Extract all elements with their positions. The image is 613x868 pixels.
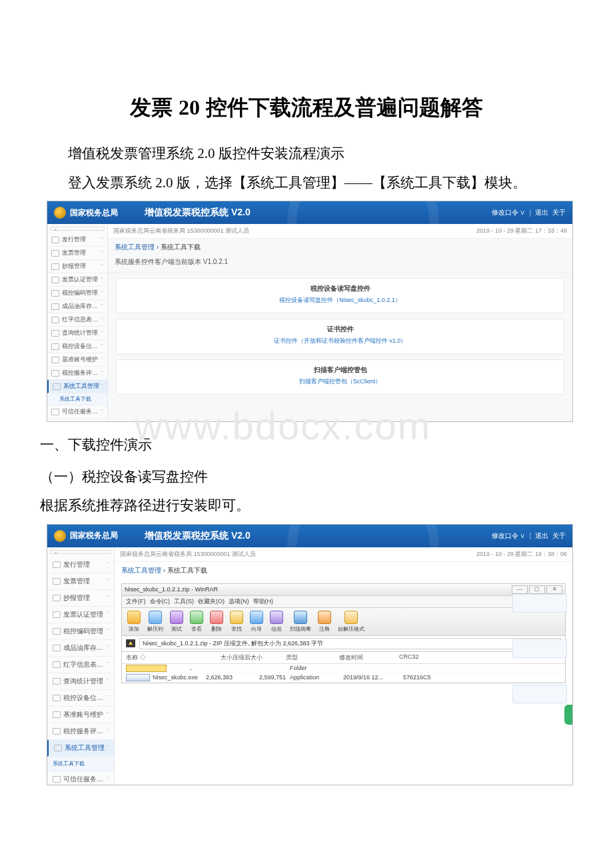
menu-item[interactable]: 收藏夹(O): [198, 598, 225, 605]
sidebar-item[interactable]: 成品油库存管理˅: [47, 640, 114, 657]
sidebar-item[interactable]: 稀土企业管理˅: [47, 419, 107, 421]
column-header[interactable]: 类型: [286, 653, 339, 662]
sidebar-item[interactable]: 系统工具管理˄: [47, 380, 107, 393]
sidebar-item[interactable]: 发票认证管理˅: [47, 607, 114, 623]
sidebar-item[interactable]: 发票认证管理˅: [47, 273, 107, 287]
chevron-icon: ˅: [101, 250, 103, 256]
section-1-1-heading: （一）税控设备读写盘控件: [40, 466, 573, 489]
sidebar-item-label: 抄报管理: [63, 593, 106, 603]
feedback-tab[interactable]: [564, 705, 572, 725]
sidebar-item[interactable]: 税控设备位用维护˅: [47, 690, 114, 707]
toolbar-icon: [294, 611, 307, 624]
sidebar-item[interactable]: 税控服务评价管理˅: [47, 367, 107, 380]
sidebar-item-label: 税控编码管理: [63, 627, 106, 636]
toolbar-button-label: 查找: [231, 625, 242, 633]
sidebar-item[interactable]: 系统工具下载: [47, 757, 114, 771]
sidebar-item[interactable]: 抄报管理˅: [47, 590, 114, 607]
change-password-link[interactable]: 修改口令 ∨: [492, 531, 526, 541]
breadcrumb-parent[interactable]: 系统工具管理: [115, 243, 155, 251]
sidebar-item[interactable]: 可信任服务管理˅: [47, 405, 107, 419]
sidebar-item[interactable]: 发票管理˅: [47, 247, 107, 260]
about-link[interactable]: 关于: [552, 531, 566, 541]
panel-download-link[interactable]: 扫描客户端控管包（ScClient）: [117, 377, 564, 386]
minimize-button[interactable]: —: [512, 585, 528, 594]
winrar-menubar[interactable]: 文件(F)命令(C)工具(S)收藏夹(O)选项(N)帮助(H): [122, 596, 565, 608]
toolbar-button-label: 自解压格式: [338, 625, 364, 633]
sidebar-item[interactable]: 系统工具下载: [47, 393, 107, 405]
sidebar-item-label: 基准账号维护: [62, 355, 101, 364]
menu-item[interactable]: 工具(S): [174, 598, 194, 605]
breadcrumb-separator-icon: ›: [157, 243, 159, 251]
winrar-column-headers[interactable]: 名称 ◇大小压缩后大小类型修改时间CRC32: [122, 652, 565, 664]
sidebar-item[interactable]: 基准账号维护˅: [47, 353, 107, 367]
sidebar-item[interactable]: 可信任服务管理˅: [47, 771, 114, 785]
sidebar-search-input[interactable]: 🔍 输入JY页码上文字检索: [50, 227, 105, 231]
about-link[interactable]: 关于: [552, 208, 566, 217]
menu-item-icon: [53, 661, 61, 668]
topbar: 国家税务总局 增值税发票税控系统 V2.0 修改口令 ∨ | 退出 关于: [47, 201, 572, 224]
chevron-icon: ˅: [101, 277, 103, 283]
sidebar-item[interactable]: 系统工具管理˄: [47, 740, 114, 757]
column-header[interactable]: 名称 ◇: [126, 653, 193, 662]
toolbar-icon: [149, 611, 162, 624]
winrar-titlebar[interactable]: Nisec_skobc_1.0.2.1.zip - WinRAR — ▢ ✕: [122, 584, 565, 596]
chevron-icon: ˅: [101, 409, 103, 415]
toolbar-button[interactable]: 扫描病毒: [290, 611, 311, 633]
sidebar-item[interactable]: 红字信息表管理˅: [47, 313, 107, 327]
column-header[interactable]: 压缩后大小: [233, 653, 286, 662]
download-panel: 税控设备读写盘控件税控设备读写盘控件（Nisec_skobc_1.0.2.1）: [116, 278, 564, 313]
sidebar-search-input[interactable]: 🔍 输入JY页码上文字检索: [50, 550, 111, 554]
winrar-file-list[interactable]: ..FolderNisec_skobc.exe2,626,3832,599,75…: [122, 664, 565, 683]
toolbar-button[interactable]: 自解压格式: [338, 611, 364, 633]
toolbar-button[interactable]: 查看: [190, 611, 203, 633]
column-header[interactable]: 大小: [193, 653, 233, 662]
sidebar-item[interactable]: 成品油库存管理˅: [47, 300, 107, 313]
archive-path-field[interactable]: Nisec_skobc_1.0.2.1.zip - ZIP 压缩文件, 解包大小…: [139, 638, 552, 649]
toolbar-button-label: 解压到: [147, 625, 163, 633]
maximize-button[interactable]: ▢: [529, 585, 545, 594]
toolbar-button[interactable]: 测试: [170, 611, 183, 633]
sidebar-item[interactable]: 发行管理˅: [47, 557, 114, 573]
sidebar-item[interactable]: 税控服务评价管理˅: [47, 723, 114, 740]
up-folder-button[interactable]: [126, 639, 135, 647]
panel-download-link[interactable]: 税控设备读写盘控件（Nisec_skobc_1.0.2.1）: [117, 296, 564, 305]
file-row[interactable]: Nisec_skobc.exe2,626,3832,599,751Applica…: [122, 673, 565, 683]
sidebar-item[interactable]: 抄报管理˅: [47, 260, 107, 273]
sidebar-item[interactable]: 发票管理˅: [47, 573, 114, 590]
column-header[interactable]: CRC32: [399, 653, 439, 662]
file-row[interactable]: ..Folder: [122, 664, 565, 673]
sidebar-item[interactable]: 税控设备位用维护˅: [47, 340, 107, 353]
menu-item[interactable]: 文件(F): [126, 598, 146, 605]
sidebar-item[interactable]: 税控编码管理˅: [47, 287, 107, 300]
logout-link[interactable]: 退出: [535, 531, 548, 541]
sidebar-item[interactable]: 查询统计管理˅: [47, 673, 114, 690]
chevron-icon: ˅: [106, 711, 109, 717]
column-header[interactable]: 修改时间: [339, 653, 399, 662]
toolbar-button[interactable]: 信息: [270, 611, 283, 633]
change-password-link[interactable]: 修改口令 ∨: [492, 208, 526, 217]
sidebar-item[interactable]: 查询统计管理˅: [47, 327, 107, 340]
sidebar-item[interactable]: 发行管理˅: [47, 233, 107, 247]
menu-item[interactable]: 命令(C): [150, 598, 171, 605]
breadcrumb-parent[interactable]: 系统工具管理: [121, 567, 161, 574]
menu-item[interactable]: 选项(N): [229, 598, 249, 605]
sidebar-item[interactable]: 红字信息表管理˅: [47, 657, 114, 673]
brand-name: 国家税务总局: [70, 207, 118, 219]
logout-link[interactable]: 退出: [535, 208, 548, 217]
toolbar-button-label: 向导: [251, 625, 262, 633]
sidebar-item[interactable]: 税控编码管理˅: [47, 623, 114, 640]
menu-item-icon: [51, 343, 59, 350]
toolbar-button[interactable]: 添加: [127, 611, 141, 633]
toolbar-button[interactable]: 向导: [250, 611, 263, 633]
sidebar-item-label: 发票认证管理: [62, 275, 101, 284]
panel-download-link[interactable]: 证书控件（开放和证书校验控件客户端控件 v1.0）: [117, 337, 564, 345]
menu-item[interactable]: 帮助(H): [253, 598, 274, 605]
toolbar-button[interactable]: 注释: [318, 611, 331, 633]
toolbar-button[interactable]: 解压到: [147, 611, 163, 633]
toolbar-button[interactable]: 查找: [230, 611, 243, 633]
close-button[interactable]: ✕: [546, 585, 562, 594]
menu-item-icon: [51, 237, 59, 243]
sidebar-item[interactable]: 基准账号维护˅: [47, 707, 114, 723]
toolbar-button[interactable]: 删除: [210, 611, 223, 633]
menu-item-icon: [54, 745, 62, 751]
